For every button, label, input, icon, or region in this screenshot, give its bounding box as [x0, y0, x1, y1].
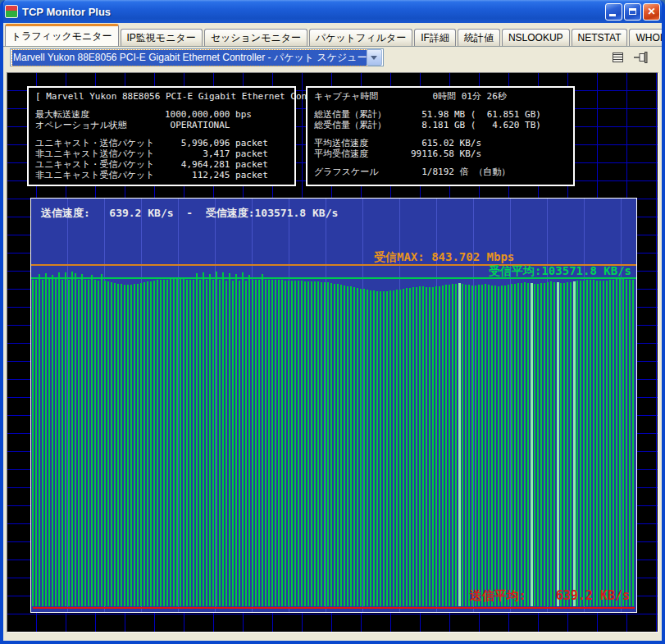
- interface-panel-title: [ Marvell Yukon 88E8056 PCI-E Gigabit Et…: [35, 91, 288, 102]
- receive-avg-label: 受信平均:103571.8 KB/s: [489, 264, 631, 279]
- traffic-bar: [508, 285, 509, 606]
- traffic-bar: [98, 281, 99, 606]
- adapter-select-dropdown-button[interactable]: [367, 49, 382, 66]
- list-button[interactable]: [609, 49, 626, 66]
- stat-label: 総送信量（累計）: [314, 109, 386, 120]
- stat-value: 51.98 MB ( 61.851 GB): [411, 109, 541, 120]
- traffic-bar: [494, 285, 496, 606]
- traffic-bar: [111, 282, 112, 606]
- traffic-bar: [288, 281, 289, 606]
- traffic-bar: [130, 285, 132, 606]
- maximize-button[interactable]: [624, 3, 641, 21]
- traffic-bar: [501, 285, 503, 606]
- traffic-bar: [258, 280, 260, 606]
- titlebar[interactable]: TCP Monitor Plus ✕: [0, 0, 665, 23]
- tab-session-monitor[interactable]: セッションモニター: [204, 29, 307, 46]
- traffic-bar: [455, 284, 457, 606]
- pin-button[interactable]: [632, 49, 649, 66]
- traffic-bar: [514, 284, 516, 606]
- traffic-bar: [442, 285, 444, 606]
- stat-value: 0時間 01分 26秒: [411, 91, 507, 102]
- traffic-bar: [629, 280, 631, 606]
- traffic-bar: [590, 280, 591, 606]
- traffic-bar: [580, 281, 581, 606]
- traffic-bar: [212, 280, 214, 606]
- traffic-bar: [42, 280, 43, 606]
- traffic-bar: [488, 285, 490, 606]
- traffic-bar-spike: [75, 273, 76, 606]
- traffic-bar-spike: [101, 274, 102, 606]
- traffic-bar: [544, 283, 545, 606]
- traffic-bar: [268, 280, 270, 606]
- traffic-bar-spike: [216, 272, 217, 606]
- traffic-bar: [613, 280, 614, 606]
- tab-if-detail[interactable]: IF詳細: [414, 29, 456, 46]
- traffic-bar: [475, 285, 476, 606]
- traffic-bar: [616, 279, 617, 606]
- traffic-bar: [540, 283, 542, 606]
- traffic-bar: [304, 281, 306, 606]
- traffic-bar: [68, 280, 70, 606]
- tab-statistics[interactable]: 統計値: [458, 29, 500, 46]
- traffic-bar-spike: [262, 274, 263, 606]
- pin-icon: [633, 51, 648, 64]
- traffic-bar-spike: [58, 272, 60, 606]
- traffic-bar: [583, 281, 585, 606]
- traffic-bar: [573, 281, 576, 606]
- stat-label: 平均受信速度: [314, 148, 368, 159]
- tabbar: トラフィックモニター IP監視モニター セッションモニター パケットフィルター …: [5, 26, 660, 46]
- traffic-bar: [599, 281, 601, 606]
- traffic-bar: [399, 290, 401, 606]
- traffic-bar: [557, 282, 559, 606]
- traffic-bar: [153, 281, 155, 606]
- traffic-bar: [452, 284, 453, 606]
- traffic-bar: [334, 284, 335, 606]
- traffic-bar: [498, 286, 499, 606]
- traffic-bar: [173, 279, 175, 606]
- traffic-bar: [383, 291, 385, 606]
- traffic-bar: [481, 285, 483, 606]
- tab-traffic-monitor[interactable]: トラフィックモニター: [5, 24, 119, 46]
- traffic-bar: [363, 289, 365, 606]
- traffic-bar: [465, 285, 467, 606]
- stat-label: ユニキャスト・送信パケット: [35, 138, 155, 148]
- traffic-bar: [127, 285, 129, 606]
- traffic-bar: [314, 281, 316, 606]
- traffic-bar: [389, 290, 391, 606]
- tab-nslookup[interactable]: NSLOOKUP: [502, 29, 570, 46]
- tab-packet-filter[interactable]: パケットフィルター: [309, 29, 412, 46]
- traffic-bar: [291, 281, 293, 606]
- traffic-bar: [114, 283, 116, 606]
- traffic-bar: [426, 287, 427, 606]
- close-button[interactable]: ✕: [643, 3, 660, 21]
- receive-max-label: 受信MAX: 843.702 Mbps: [374, 250, 514, 265]
- traffic-bar: [298, 281, 299, 606]
- adapter-select[interactable]: Marvell Yukon 88E8056 PCI-E Gigabit Ethe…: [10, 48, 384, 66]
- traffic-bar: [403, 289, 404, 606]
- traffic-bar: [370, 290, 371, 606]
- traffic-bar: [527, 283, 529, 606]
- traffic-bar: [278, 280, 280, 606]
- tab-netstat[interactable]: NETSTAT: [572, 29, 628, 46]
- traffic-bar: [84, 280, 86, 606]
- traffic-bar: [189, 280, 191, 606]
- tab-whois[interactable]: WHOIS: [629, 29, 665, 46]
- stat-value: 4,964,281 packet: [165, 159, 268, 170]
- traffic-bar: [186, 280, 188, 606]
- traffic-bar: [143, 282, 145, 606]
- traffic-bar-spike: [222, 272, 224, 606]
- traffic-bar: [376, 291, 378, 606]
- minimize-button[interactable]: [605, 3, 622, 21]
- traffic-bar: [393, 290, 394, 606]
- traffic-bar: [534, 284, 535, 606]
- stat-label: 最大転送速度: [35, 109, 89, 120]
- traffic-bar: [271, 280, 273, 606]
- traffic-bar-spike: [65, 272, 66, 606]
- close-icon: ✕: [647, 6, 655, 17]
- stat-value: 3,417 packet: [165, 148, 268, 159]
- traffic-bar: [412, 287, 414, 606]
- tab-ip-monitor[interactable]: IP監視モニター: [121, 29, 203, 46]
- traffic-bar: [445, 285, 447, 606]
- minimize-icon: [609, 14, 616, 16]
- traffic-bar: [347, 286, 348, 606]
